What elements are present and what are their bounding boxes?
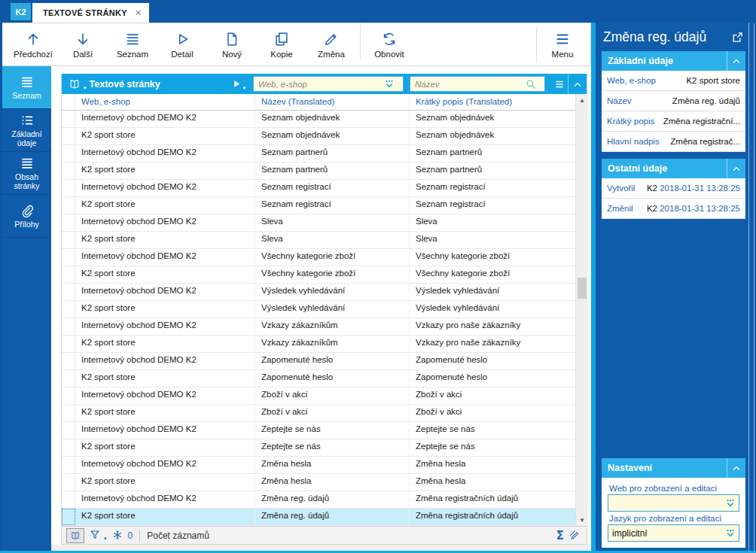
table-row[interactable]: Internetový obchod DEMO K2Seznam objedná… (62, 111, 575, 128)
k2-logo[interactable]: K2 (11, 3, 31, 20)
section-basic-header[interactable]: Základní údaje (602, 51, 745, 71)
row-selector-cell[interactable] (62, 370, 75, 387)
section-settings-header[interactable]: Nastavení (602, 458, 745, 478)
table-row[interactable]: Internetový obchod DEMO K2SlevaSleva (62, 214, 575, 232)
table-row[interactable]: Internetový obchod DEMO K2Zboží v akciZb… (62, 387, 575, 405)
external-link-icon[interactable] (731, 31, 744, 44)
sidebar-item-seznam[interactable]: Seznam (2, 66, 51, 109)
filter-web-combo[interactable] (253, 76, 404, 92)
filter-name-search[interactable] (410, 76, 545, 92)
tab-close-icon[interactable]: ✕ (135, 8, 142, 18)
footer-book-button[interactable] (66, 528, 84, 543)
table-row[interactable]: Internetový obchod DEMO K2Seznam partner… (62, 145, 575, 163)
scroll-track[interactable] (576, 106, 588, 514)
row-selector-cell[interactable] (62, 387, 75, 404)
row-selector-cell[interactable] (62, 457, 75, 473)
panel-field-row[interactable]: ZměnilK2 2018-01-31 13:28:25 (602, 199, 745, 219)
row-selector-cell[interactable] (62, 439, 75, 456)
row-selector-cell[interactable] (62, 128, 75, 144)
footer-filter-icon[interactable] (89, 529, 102, 542)
column-header[interactable]: Web, e-shop (75, 94, 255, 110)
table-row[interactable]: Internetový obchod DEMO K2Změna heslaZmě… (62, 457, 575, 474)
table-row[interactable]: K2 sport storeSeznam registracíSeznam re… (62, 197, 575, 214)
row-selector-cell[interactable] (62, 180, 75, 196)
toolbar-button-detail[interactable]: Detail (157, 25, 207, 64)
column-header[interactable]: Název (Translated) (255, 94, 410, 110)
row-selector-cell[interactable] (62, 284, 75, 300)
row-selector-cell[interactable] (62, 336, 75, 352)
setting-input-web-edit[interactable] (612, 498, 725, 509)
play-button[interactable] (232, 79, 242, 89)
table-row[interactable]: K2 sport storeZboží v akciZboží v akci (62, 405, 575, 422)
chevron-up-icon[interactable] (727, 458, 745, 478)
table-row[interactable]: K2 sport storeVzkazy zákazníkůmVzkazy pr… (62, 336, 575, 353)
sidebar-item-zakladni-udaje[interactable]: Základní údaje (2, 109, 51, 152)
table-row[interactable]: K2 sport storeVšechny kategorie zbožíVše… (62, 266, 575, 284)
table-row[interactable]: K2 sport storeZměna reg. údajůZměna regi… (62, 509, 575, 526)
row-selector-cell[interactable] (62, 232, 75, 248)
table-row[interactable]: K2 sport storeZapomenuté hesloZapomenuté… (62, 370, 575, 387)
menu-button[interactable]: Menu (541, 25, 584, 64)
sum-icon[interactable]: Σ (556, 529, 564, 542)
combo-dropdown-icon[interactable] (725, 498, 736, 509)
table-row[interactable]: Internetový obchod DEMO K2Vzkazy zákazní… (62, 318, 575, 336)
panel-field-row[interactable]: NázevZměna reg. údajů (602, 91, 745, 111)
chevron-up-icon[interactable] (727, 159, 745, 178)
row-selector-cell[interactable] (62, 197, 75, 214)
table-row[interactable]: K2 sport storeZměna heslaZměna hesla (62, 474, 575, 491)
panel-field-row[interactable]: Krátký popisZměna registrační... (602, 111, 745, 132)
row-selector-cell[interactable] (62, 145, 75, 162)
filter-name-input[interactable] (415, 80, 520, 89)
table-row[interactable]: K2 sport storeZeptejte se násZeptejte se… (62, 439, 575, 457)
scroll-down-icon[interactable]: ▼ (576, 514, 588, 526)
table-row[interactable]: K2 sport storeSeznam partnerůSeznam part… (62, 163, 575, 180)
panel-field-row[interactable]: VytvořilK2 2018-01-31 13:28:25 (602, 178, 745, 199)
setting-dropdown-web-edit[interactable] (608, 494, 739, 512)
setting-input-lang-edit[interactable] (612, 528, 725, 539)
row-selector-cell[interactable] (62, 353, 75, 369)
table-row[interactable]: K2 sport storeSeznam objednávekSeznam ob… (62, 128, 575, 145)
row-selector-cell[interactable] (62, 422, 75, 439)
toolbar-button-seznam[interactable]: Seznam (108, 25, 157, 64)
row-selector-cell[interactable] (62, 111, 75, 127)
footer-freeze-icon[interactable] (111, 529, 125, 542)
grid-menu-icon[interactable] (551, 74, 568, 94)
toolbar-button-kopie[interactable]: Kopie (257, 25, 306, 64)
tab-textove-stranky[interactable]: TEXTOVÉ STRÁNKY ✕ (32, 3, 149, 23)
panel-field-row[interactable]: Web, e-shopK2 sport store (602, 71, 745, 91)
setting-dropdown-lang-edit[interactable] (608, 524, 739, 542)
panel-scrollbar[interactable] (748, 23, 754, 551)
toolbar-button-obnovit[interactable]: Obnovit (364, 25, 414, 64)
table-row[interactable]: Internetový obchod DEMO K2Zeptejte se ná… (62, 422, 575, 439)
table-row[interactable]: Internetový obchod DEMO K2Změna reg. úda… (62, 491, 575, 509)
row-selector-cell[interactable] (62, 491, 75, 508)
vertical-scrollbar[interactable]: ▲ ▼ (575, 94, 588, 526)
scroll-thumb[interactable] (578, 278, 587, 299)
table-row[interactable]: Internetový obchod DEMO K2Zapomenuté hes… (62, 353, 575, 370)
sidebar-item-obsah-stranky[interactable]: Obsah stránky (2, 152, 51, 195)
toolbar-button-predchozi[interactable]: Předchozí (8, 25, 58, 64)
row-selector-cell[interactable] (62, 474, 75, 491)
section-other-header[interactable]: Ostatní údaje (602, 159, 745, 178)
table-row[interactable]: Internetový obchod DEMO K2Všechny katego… (62, 249, 575, 266)
row-selector-cell[interactable] (62, 249, 75, 266)
toolbar-button-dalsi[interactable]: Další (58, 25, 108, 64)
grid-collapse-button[interactable] (568, 74, 587, 94)
table-row[interactable]: Internetový obchod DEMO K2Výsledek vyhle… (62, 284, 575, 301)
table-row[interactable]: K2 sport storeVýsledek vyhledáváníVýsled… (62, 301, 575, 318)
row-selector-cell[interactable] (62, 318, 75, 335)
row-selector-cell[interactable] (62, 214, 75, 231)
row-selector-cell[interactable] (62, 509, 75, 525)
sidebar-item-prilohy[interactable]: Přílohy (2, 195, 51, 238)
filter-web-input[interactable] (258, 80, 378, 89)
toolbar-button-zmena[interactable]: Změna (306, 25, 356, 64)
table-row[interactable]: K2 sport storeSlevaSleva (62, 232, 575, 249)
panel-field-row[interactable]: Hlavní nadpisZměna registrač... (602, 132, 745, 152)
edit-disabled-icon[interactable] (569, 529, 582, 542)
row-selector-cell[interactable] (62, 301, 75, 318)
row-selector-cell[interactable] (62, 163, 75, 179)
combo-dropdown-icon[interactable] (725, 528, 736, 539)
combo-dropdown-icon[interactable] (384, 79, 395, 90)
chevron-up-icon[interactable] (727, 51, 745, 71)
row-selector-cell[interactable] (62, 405, 75, 421)
